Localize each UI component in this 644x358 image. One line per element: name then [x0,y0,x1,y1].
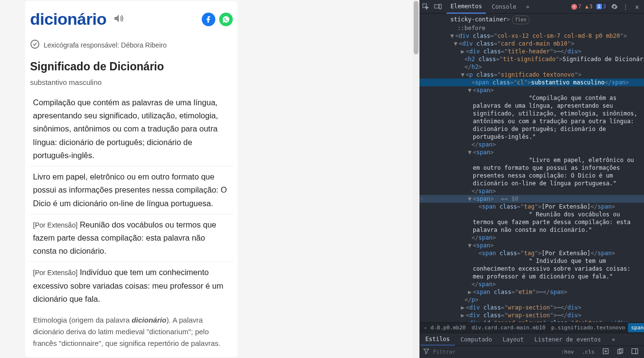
tab-more[interactable]: » [522,0,533,13]
dictionary-card: dicionário Lexicógrafa responsável: Débo… [25,1,238,357]
svg-rect-2 [435,4,439,8]
verify-label: Lexicógrafa responsável: Débora Ribeiro [44,41,167,49]
styles-tabs: Estilos Computado Layout Listener de eve… [419,333,644,345]
warning-count[interactable]: ▲3 [585,3,593,10]
error-badges: ✕7 ▲3 i3 [571,3,606,10]
close-icon[interactable]: ✕ [633,3,641,11]
breadcrumb: ◂ d-8.p0.mb20 div.card.card-main.mb10 p.… [419,322,644,333]
gear-icon[interactable] [611,3,618,10]
crumb-left-icon[interactable]: ◂ [422,325,428,331]
devtools-tabs: Elementos Console » [447,0,566,14]
definitions-list: Compilação que contém as palavras de uma… [29,92,234,309]
new-style-icon[interactable] [600,347,611,357]
tab-styles[interactable]: Estilos [420,333,455,346]
tab-event-listeners[interactable]: Listener de eventos [530,334,606,345]
svg-rect-3 [439,4,441,9]
definition-item: Livro em papel, eletrônico ou em outro f… [29,166,234,214]
audio-icon[interactable] [113,13,125,26]
page-scrollbar-track[interactable] [413,0,419,358]
inspect-icon[interactable] [422,3,429,10]
social-share [202,13,233,26]
title-left: dicionário [30,10,125,29]
title-header: dicionário [29,10,234,33]
check-icon [30,39,40,50]
etym-word: dicionário [131,316,166,324]
definition-text: Livro em papel, eletrônico ou em outro f… [33,172,227,207]
synonyms-heading: Sinônimos de Dicionário [29,354,234,357]
definition-item: [Por Extensão] Reunião dos vocábulos ou … [29,214,234,262]
devtools-topbar: Elementos Console » ✕7 ▲3 i3 ⋮ ✕ [419,0,644,14]
tab-console[interactable]: Console [488,0,520,13]
devtools-pane: Elementos Console » ✕7 ▲3 i3 ⋮ ✕ sticky-… [419,0,644,358]
page-title: dicionário [30,10,106,29]
definition-item: Compilação que contém as palavras de uma… [29,92,234,166]
tab-computed[interactable]: Computado [456,334,497,345]
dom-tree[interactable]: sticky-container>flex ::before ▼<div cla… [419,14,644,322]
error-count[interactable]: ✕7 [571,3,581,10]
definition-tag: [Por Extensão] [33,269,78,277]
etym-pre: Etimologia (origem da palavra [33,316,131,324]
filter-icon [423,348,429,356]
styles-filter-input[interactable] [433,349,555,355]
cls-button[interactable]: .cls [580,348,597,356]
page-scrollbar-thumb[interactable] [414,1,419,54]
device-rotation-icon[interactable] [615,347,626,357]
panel-toggle-icon[interactable] [629,347,640,357]
tab-elements[interactable]: Elementos [447,0,486,14]
crumb-1[interactable]: d-8.p0.mb20 [428,323,469,332]
definition-tag: [Por Extensão] [33,221,78,229]
kebab-icon[interactable]: ⋮ [623,3,628,10]
page-content-pane: dicionário Lexicógrafa responsável: Débo… [0,0,419,358]
crumb-4[interactable]: span [628,323,644,332]
crumb-2[interactable]: div.card.card-main.mb10 [468,323,548,332]
info-count[interactable]: i3 [596,3,606,10]
device-icon[interactable] [434,3,442,10]
facebook-icon[interactable] [202,13,215,26]
styles-filter-row: :hov .cls [419,345,644,358]
tab-styles-more[interactable]: » [607,334,620,345]
meaning-heading: Significado de Dicionário [29,59,234,78]
verify-row: Lexicógrafa responsável: Débora Ribeiro [29,33,234,59]
tab-layout[interactable]: Layout [498,334,529,345]
definition-item: [Por Extensão] Indivíduo que tem um conh… [29,262,234,309]
crumb-3[interactable]: p.significado.textonovo [548,323,628,332]
whatsapp-icon[interactable] [219,13,233,26]
svg-point-0 [31,40,39,49]
etymology: Etimologia (origem da palavra dicionário… [29,309,234,354]
hov-button[interactable]: :hov [559,348,576,356]
definition-text: Compilação que contém as palavras de uma… [33,98,218,160]
grammatical-class: substantivo masculino [29,78,234,92]
svg-rect-7 [632,349,638,354]
